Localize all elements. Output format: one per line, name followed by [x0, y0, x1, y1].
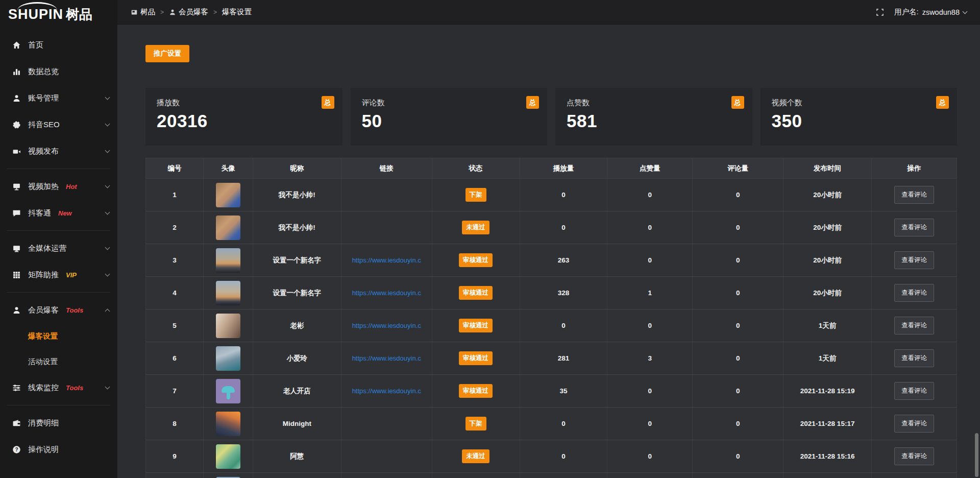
logo-arc [17, 2, 57, 10]
user-menu[interactable]: 用户名: zswodun88 [894, 7, 967, 17]
chevron-down-icon [105, 148, 110, 153]
column-header: 评论量 [693, 158, 783, 179]
view-comments-button[interactable]: 查看评论 [894, 349, 934, 367]
breadcrumb-separator: > [213, 9, 217, 16]
sidebar-item-data-overview[interactable]: 数据总览 [0, 58, 117, 85]
cell-time: 20小时前 [783, 211, 872, 244]
sidebar-item-operation-guide[interactable]: ?操作说明 [0, 436, 117, 463]
cell-id: 7 [146, 375, 204, 408]
view-comments-button[interactable]: 查看评论 [894, 317, 934, 334]
view-comments-button[interactable]: 查看评论 [894, 447, 934, 465]
column-header: 链接 [341, 158, 432, 179]
sidebar-item-badge: Tools [66, 306, 83, 314]
cell-action: 查看评论 [872, 244, 957, 277]
sidebar-item-consume-detail[interactable]: 消费明细 [0, 410, 117, 436]
cell-likes: 0 [607, 440, 693, 473]
chat-icon [12, 209, 21, 218]
cell-id: 5 [146, 309, 204, 342]
sidebar-item-douyin-seo[interactable]: 抖音SEO [0, 111, 117, 138]
sidebar-item-account-manage[interactable]: 账号管理 [0, 85, 117, 111]
video-link[interactable]: https://www.iesdouyin.c [352, 322, 421, 329]
table-row: 7老人开店https://www.iesdouyin.c审核通过35002021… [146, 375, 957, 408]
view-comments-button[interactable]: 查看评论 [894, 186, 934, 204]
table-header-row: 编号头像昵称链接状态播放量点赞量评论量发布时间操作 [146, 158, 957, 179]
fullscreen-icon[interactable] [876, 8, 884, 16]
chevron-down-icon [105, 95, 110, 100]
view-comments-button[interactable]: 查看评论 [894, 251, 934, 269]
cell-status: 审核通过 [432, 342, 520, 375]
stat-card: 播放数20316总 [145, 88, 342, 146]
sidebar-item-all-media[interactable]: 全媒体运营 [0, 235, 117, 261]
view-comments-button[interactable]: 查看评论 [894, 219, 934, 236]
stat-cards: 播放数20316总评论数50总点赞数581总视频个数350总 [145, 88, 957, 146]
app-logo[interactable]: SHUPIN 树品 [0, 0, 117, 29]
cell-status: 审核通过 [432, 309, 520, 342]
table-row: 4设置一个新名字https://www.iesdouyin.c审核通过32810… [146, 277, 957, 309]
sidebar-item-video-heat[interactable]: 视频加热Hot [0, 173, 117, 200]
stat-card-value: 581 [567, 111, 741, 131]
breadcrumb-item[interactable]: 爆客设置 [222, 7, 252, 17]
avatar [216, 412, 240, 436]
cell-time [783, 473, 872, 478]
cell-id: 3 [146, 244, 204, 277]
cell-avatar [203, 244, 253, 277]
view-comments-button[interactable]: 查看评论 [894, 284, 934, 302]
table-row: 9阿慧未通过0002021-11-28 15:16查看评论 [146, 440, 957, 473]
cell-status: 审核通过 [432, 277, 520, 309]
cell-nickname: 小爱玲 [253, 342, 341, 375]
view-comments-button[interactable]: 查看评论 [894, 382, 934, 400]
sidebar-divider [7, 230, 110, 231]
cell-avatar [203, 277, 253, 309]
status-badge: 下架 [465, 417, 486, 431]
cell-status: 审核通过 [432, 244, 520, 277]
view-comments-button[interactable]: 查看评论 [894, 415, 934, 433]
cell-action: 查看评论 [872, 440, 957, 473]
cell-comments: 0 [693, 440, 783, 473]
promo-settings-button[interactable]: 推广设置 [145, 45, 189, 62]
cell-id: 6 [146, 342, 204, 375]
sidebar-divider [7, 292, 110, 293]
breadcrumb-label: 会员爆客 [179, 7, 208, 17]
cell-link [341, 211, 432, 244]
cell-link [341, 408, 432, 440]
breadcrumb-item[interactable]: 会员爆客 [169, 7, 208, 17]
cell-comments: 0 [693, 375, 783, 408]
cell-plays: 35 [520, 375, 607, 408]
cell-comments: 0 [693, 211, 783, 244]
username-value: zswodun88 [922, 8, 960, 16]
avatar [216, 216, 240, 240]
avatar [216, 379, 240, 403]
sidebar-subitem-baoke-settings[interactable]: 爆客设置 [0, 323, 117, 349]
cell-plays: 328 [520, 277, 607, 309]
cell-status: 未通过 [432, 211, 520, 244]
sidebar-subitem-activity-settings[interactable]: 活动设置 [0, 349, 117, 374]
stat-card-value: 20316 [157, 111, 331, 131]
user-icon [12, 306, 21, 315]
avatar [216, 248, 240, 273]
video-link[interactable]: https://www.iesdouyin.c [352, 387, 421, 395]
video-link[interactable]: https://www.iesdouyin.c [352, 354, 421, 362]
column-header: 状态 [432, 158, 520, 179]
scrollbar-thumb[interactable] [975, 433, 978, 477]
sidebar-nav: 首页数据总览账号管理抖音SEO视频发布视频加热Hot抖客通New全媒体运营矩阵助… [0, 29, 117, 463]
cell-avatar [203, 473, 253, 478]
sidebar-item-badge: Hot [66, 183, 77, 190]
sidebar-item-member-baoke[interactable]: 会员爆客Tools [0, 297, 117, 323]
status-badge: 审核通过 [459, 319, 493, 332]
home-icon [12, 41, 21, 50]
sidebar-item-douketong[interactable]: 抖客通New [0, 200, 117, 226]
cell-link: https://www.iesdouyin.c [341, 342, 432, 375]
sidebar-item-clue-monitor[interactable]: 线索监控Tools [0, 374, 117, 401]
breadcrumb-item[interactable]: 树品 [131, 7, 155, 17]
cell-link [341, 440, 432, 473]
stat-card-label: 评论数 [362, 98, 536, 108]
cell-id [146, 473, 204, 478]
sidebar-item-home[interactable]: 首页 [0, 32, 117, 58]
video-link[interactable]: https://www.iesdouyin.c [352, 256, 421, 264]
total-badge: 总 [322, 96, 334, 109]
cell-action: 查看评论 [872, 309, 957, 342]
video-link[interactable]: https://www.iesdouyin.c [352, 289, 421, 297]
avatar [216, 444, 240, 469]
sidebar-item-matrix-boost[interactable]: 矩阵助推VIP [0, 261, 117, 288]
sidebar-item-video-publish[interactable]: 视频发布 [0, 138, 117, 164]
